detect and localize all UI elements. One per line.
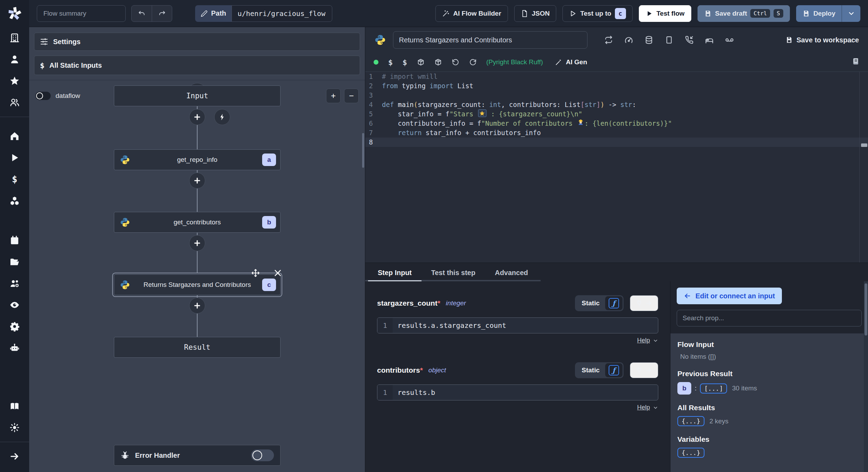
undo-button[interactable] bbox=[132, 6, 152, 22]
static-mode-button[interactable]: Static bbox=[576, 366, 605, 374]
path-input[interactable]: u/henri/gracious_flow bbox=[232, 5, 332, 22]
rotate-cw-icon[interactable] bbox=[469, 58, 477, 66]
step-node-c[interactable]: Returns Stargazers and Contributorsc bbox=[114, 274, 281, 295]
code-assistants-label[interactable]: (Pyright Black Ruff) bbox=[486, 58, 543, 66]
error-handler-toggle[interactable] bbox=[251, 449, 274, 461]
field-type: integer bbox=[446, 299, 466, 307]
all-static-inputs-button[interactable]: $ All Static Inputs bbox=[34, 56, 360, 75]
voicemail-icon[interactable] bbox=[725, 35, 734, 44]
sidebar-item-arrow-right[interactable] bbox=[0, 446, 29, 467]
expr-editor-contributors[interactable]: 1results.b bbox=[377, 384, 658, 400]
save-to-workspace-button[interactable]: Save to workspace bbox=[785, 36, 859, 44]
expr-editor-stargazers_count[interactable]: 1results.a.stargazers_count bbox=[377, 317, 658, 333]
code-line-4[interactable]: 4def main(stargazers_count: int, contrib… bbox=[365, 100, 868, 109]
sidebar-item-user[interactable] bbox=[0, 49, 29, 70]
search-prop-input[interactable] bbox=[677, 310, 862, 326]
sidebar-item-boxes[interactable] bbox=[0, 190, 29, 212]
sidebar-item-calendar[interactable] bbox=[0, 230, 29, 251]
static-mode-button[interactable]: Static bbox=[576, 299, 605, 307]
javascript-mode-button[interactable]: ƒ bbox=[605, 363, 623, 377]
add-step-button[interactable] bbox=[189, 235, 205, 251]
save-draft-button[interactable]: Save draft Ctrl S bbox=[698, 5, 790, 22]
step-node-b[interactable]: get_contributorsb bbox=[114, 212, 281, 233]
sidebar-item-dollar[interactable]: $ bbox=[0, 168, 29, 190]
test-up-to-button[interactable]: Test up to c bbox=[562, 5, 632, 22]
error-handler-node[interactable]: Error Handler bbox=[114, 445, 281, 466]
prop-section-variables: Variables{...} bbox=[677, 435, 861, 458]
expand-value-chip[interactable]: {...} bbox=[677, 448, 704, 458]
code-line-1[interactable]: 1# import wmill bbox=[365, 72, 868, 81]
sidebar-item-star[interactable] bbox=[0, 70, 29, 92]
field-name: contributors bbox=[377, 366, 420, 374]
delete-node-icon[interactable] bbox=[273, 268, 282, 278]
package-icon[interactable] bbox=[417, 58, 425, 66]
code-line-6[interactable]: 6 contributors_info = f"Number of contri… bbox=[365, 119, 868, 128]
move-node-icon[interactable] bbox=[251, 268, 260, 278]
code-editor[interactable]: 1# import wmill2from typing import List3… bbox=[365, 72, 868, 263]
connect-input-button[interactable] bbox=[630, 362, 658, 378]
trigger-button[interactable] bbox=[214, 109, 230, 125]
add-step-button[interactable] bbox=[189, 173, 205, 189]
edit-or-connect-button[interactable]: Edit or connect an input bbox=[677, 288, 782, 304]
sidebar-item-users-cog[interactable] bbox=[0, 273, 29, 294]
add-step-button[interactable] bbox=[189, 109, 205, 125]
ai-gen-button[interactable]: AI Gen bbox=[555, 58, 587, 66]
editor-right-rule bbox=[859, 72, 860, 263]
editor-scrollbar-thumb[interactable] bbox=[861, 143, 867, 147]
step-node-a[interactable]: get_repo_infoa bbox=[114, 149, 281, 170]
sidebar-item-play[interactable] bbox=[0, 147, 29, 168]
help-link[interactable]: Help bbox=[637, 404, 650, 411]
flow-panel-scrollbar[interactable] bbox=[362, 133, 364, 168]
help-link[interactable]: Help bbox=[637, 337, 650, 344]
javascript-mode-button[interactable]: ƒ bbox=[605, 296, 623, 310]
tab-advanced[interactable]: Advanced bbox=[485, 265, 538, 281]
sidebar-item-gear[interactable] bbox=[0, 316, 29, 337]
input-node[interactable]: Input bbox=[114, 85, 281, 106]
gauge-icon[interactable] bbox=[624, 35, 633, 44]
flow-summary-button[interactable]: Flow summary bbox=[37, 5, 126, 22]
sidebar-item-home[interactable] bbox=[0, 125, 29, 147]
package-icon[interactable] bbox=[434, 58, 442, 66]
sidebar-item-users[interactable] bbox=[0, 92, 29, 113]
deploy-button[interactable]: Deploy bbox=[796, 5, 842, 22]
rotate-ccw-icon[interactable] bbox=[452, 58, 459, 66]
bed-icon[interactable] bbox=[705, 35, 714, 44]
step-title-input[interactable] bbox=[393, 31, 587, 49]
database-icon[interactable] bbox=[644, 35, 653, 44]
sidebar-item-book[interactable] bbox=[0, 395, 29, 417]
tab-step-input[interactable]: Step Input bbox=[368, 265, 422, 281]
windmill-logo[interactable] bbox=[0, 0, 29, 27]
sidebar-item-folder-open[interactable] bbox=[0, 251, 29, 273]
step-id-badge[interactable]: b bbox=[677, 382, 691, 395]
square-icon[interactable] bbox=[665, 35, 674, 44]
zap-icon bbox=[218, 113, 226, 121]
redo-button[interactable] bbox=[152, 6, 172, 22]
code-line-2[interactable]: 2from typing import List bbox=[365, 81, 868, 91]
add-step-button[interactable] bbox=[189, 298, 205, 314]
deploy-more-button[interactable] bbox=[842, 5, 860, 22]
props-scrollbar[interactable] bbox=[864, 281, 868, 472]
test-flow-button[interactable]: Test flow bbox=[639, 5, 691, 22]
path-label[interactable]: Path bbox=[195, 5, 232, 22]
code-line-7[interactable]: 7 return star_info + contributors_info bbox=[365, 128, 868, 138]
code-line-8[interactable]: 8 bbox=[365, 138, 868, 147]
dollar-icon[interactable]: $ bbox=[388, 58, 393, 67]
sidebar-item-eye[interactable] bbox=[0, 294, 29, 316]
tab-test-this-step[interactable]: Test this step bbox=[422, 265, 485, 281]
ai-flow-builder-button[interactable]: AI Flow Builder bbox=[435, 5, 508, 22]
sidebar-item-building[interactable] bbox=[0, 27, 29, 49]
expand-value-chip[interactable]: [...] bbox=[700, 383, 727, 394]
repeat-icon[interactable] bbox=[604, 35, 613, 44]
json-button[interactable]: JSON bbox=[514, 5, 557, 22]
dollar-icon[interactable]: $ bbox=[402, 58, 407, 67]
sidebar-item-sun[interactable] bbox=[0, 417, 29, 438]
connect-input-button[interactable] bbox=[630, 295, 658, 311]
result-node[interactable]: Result bbox=[114, 337, 281, 358]
code-line-3[interactable]: 3 bbox=[365, 91, 868, 100]
expand-value-chip[interactable]: {...} bbox=[677, 416, 704, 426]
flow-settings-button[interactable]: Settings bbox=[34, 33, 360, 51]
sidebar-item-bot[interactable] bbox=[0, 337, 29, 359]
phone-incoming-icon[interactable] bbox=[685, 35, 694, 44]
code-line-5[interactable]: 5 star_info = f"Stars : {stargazers_coun… bbox=[365, 109, 868, 119]
editor-docs-button[interactable] bbox=[852, 58, 860, 67]
